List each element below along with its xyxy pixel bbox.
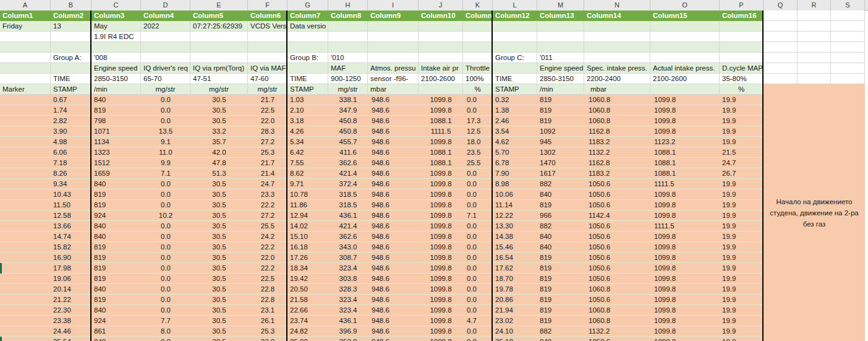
cell-A6[interactable] [0, 63, 51, 74]
cell-C32[interactable]: 840 [91, 337, 141, 341]
cell-E8[interactable]: mg/str [190, 84, 248, 95]
cell-L20[interactable]: 12.22 [493, 210, 537, 221]
cell-J1[interactable]: Column10 [419, 11, 463, 21]
cell-D9[interactable]: 0.0 [141, 95, 190, 105]
cell-D26[interactable]: 0.0 [141, 274, 190, 284]
cell-L19[interactable]: 11.14 [493, 200, 537, 210]
cell-G29[interactable]: 22.66 [287, 305, 328, 316]
cell-J29[interactable]: 1099.8 [419, 305, 463, 316]
cell-P18[interactable]: 19.9 [720, 189, 764, 200]
cell-M7[interactable]: 2850-3150 [537, 74, 584, 84]
cell-M18[interactable]: 840 [537, 189, 584, 200]
cell-E18[interactable]: 30.5 [190, 189, 248, 200]
cell-B25[interactable]: 17.98 [51, 263, 91, 274]
cell-B22[interactable]: 14.74 [51, 231, 91, 242]
cell-H10[interactable]: 347.9 [328, 105, 368, 116]
cell-B24[interactable]: 16.90 [51, 253, 91, 263]
cell-K25[interactable]: 0.0 [463, 263, 493, 274]
cell-J12[interactable]: 1111.5 [419, 126, 463, 137]
column-header-H[interactable]: H [328, 0, 368, 11]
cell-C5[interactable]: '008 [91, 53, 141, 63]
cell-J28[interactable]: 1099.8 [419, 295, 463, 305]
cell-J8[interactable] [419, 84, 463, 95]
cell-I12[interactable]: 948.6 [368, 126, 419, 137]
cell-G23[interactable]: 16.18 [287, 242, 328, 253]
cell-E26[interactable]: 30.5 [190, 274, 248, 284]
cell-I29[interactable]: 948.6 [368, 305, 419, 316]
cell-I20[interactable]: 948.6 [368, 210, 419, 221]
cell-H23[interactable]: 343.0 [328, 242, 368, 253]
cell-N31[interactable]: 1132.2 [584, 326, 650, 337]
cell-P1[interactable]: Column16 [720, 11, 764, 21]
cell-D8[interactable]: mg/str [141, 84, 190, 95]
cell-E24[interactable]: 30.5 [190, 253, 248, 263]
cell-F25[interactable]: 22.2 [248, 263, 287, 274]
cell-N7[interactable]: 2200-2400 [584, 74, 650, 84]
cell-A24[interactable] [0, 253, 51, 263]
cell-O15[interactable]: 1088.1 [650, 158, 720, 168]
cell-L24[interactable]: 16.54 [493, 253, 537, 263]
cell-C3[interactable]: 1.9I R4 EDC [91, 32, 141, 42]
cell-O9[interactable]: 1099.8 [650, 95, 720, 105]
cell-H6[interactable]: MAF [328, 63, 368, 74]
cell-H11[interactable]: 450.8 [328, 116, 368, 126]
cell-J26[interactable]: 1099.8 [419, 274, 463, 284]
cell-B9[interactable]: 0.67 [51, 95, 91, 105]
cell-H21[interactable]: 421.4 [328, 221, 368, 231]
cell-P17[interactable]: 19.9 [720, 179, 764, 189]
cell-D7[interactable]: 65-70 [141, 74, 190, 84]
cell-P4[interactable] [720, 42, 764, 53]
cell-J25[interactable]: 1099.8 [419, 263, 463, 274]
cell-H16[interactable]: 421.4 [328, 168, 368, 179]
cell-F29[interactable]: 23.1 [248, 305, 287, 316]
cell-E10[interactable]: 30.5 [190, 105, 248, 116]
cell-E17[interactable]: 30.5 [190, 179, 248, 189]
cell-H9[interactable]: 338.1 [328, 95, 368, 105]
cell-G12[interactable]: 4.26 [287, 126, 328, 137]
cell-N22[interactable]: 1050.6 [584, 231, 650, 242]
cell-A20[interactable] [0, 210, 51, 221]
cell-S2[interactable] [831, 21, 865, 32]
cell-M16[interactable]: 1617 [537, 168, 584, 179]
cell-J6[interactable]: Intake air pr [419, 63, 463, 74]
cell-B12[interactable]: 3.90 [51, 126, 91, 137]
cell-O6[interactable]: Actual intake press. [650, 63, 720, 74]
cell-A32[interactable] [0, 337, 51, 341]
cell-N15[interactable]: 1162.8 [584, 158, 650, 168]
cell-C2[interactable]: May [91, 21, 141, 32]
cell-B28[interactable]: 21.22 [51, 295, 91, 305]
cell-J19[interactable]: 1099.8 [419, 200, 463, 210]
cell-F23[interactable]: 22.2 [248, 242, 287, 253]
cell-P15[interactable]: 24.7 [720, 158, 764, 168]
cell-F2[interactable]: VCDS Versio [248, 21, 287, 32]
cell-O7[interactable]: 2100-2600 [650, 74, 720, 84]
cell-B6[interactable] [51, 63, 91, 74]
cell-F6[interactable]: IQ via MAF [248, 63, 287, 74]
cell-B21[interactable]: 13.66 [51, 221, 91, 231]
cell-J22[interactable]: 1099.8 [419, 231, 463, 242]
cell-N20[interactable]: 1142.4 [584, 210, 650, 221]
cell-E15[interactable]: 47.8 [190, 158, 248, 168]
cell-B29[interactable]: 22.30 [51, 305, 91, 316]
cell-I16[interactable]: 948.6 [368, 168, 419, 179]
cell-R3[interactable] [798, 32, 831, 42]
cell-Q6[interactable] [764, 63, 798, 74]
cell-N13[interactable]: 1183.2 [584, 137, 650, 147]
cell-B2[interactable]: 13 [51, 21, 91, 32]
cell-J27[interactable]: 1099.8 [419, 284, 463, 295]
cell-K18[interactable]: 0.0 [463, 189, 493, 200]
cell-L18[interactable]: 10.06 [493, 189, 537, 200]
cell-J23[interactable]: 1099.8 [419, 242, 463, 253]
cell-L32[interactable]: 25.18 [493, 337, 537, 341]
cell-I1[interactable]: Column9 [368, 11, 419, 21]
cell-E11[interactable]: 30.5 [190, 116, 248, 126]
cell-Q1[interactable] [764, 11, 798, 21]
cell-P2[interactable] [720, 21, 764, 32]
cell-A28[interactable] [0, 295, 51, 305]
cell-J30[interactable]: 1099.8 [419, 316, 463, 326]
cell-H13[interactable]: 455.7 [328, 137, 368, 147]
cell-L11[interactable]: 2.46 [493, 116, 537, 126]
cell-H4[interactable] [328, 42, 368, 53]
cell-G15[interactable]: 7.55 [287, 158, 328, 168]
cell-C25[interactable]: 819 [91, 263, 141, 274]
